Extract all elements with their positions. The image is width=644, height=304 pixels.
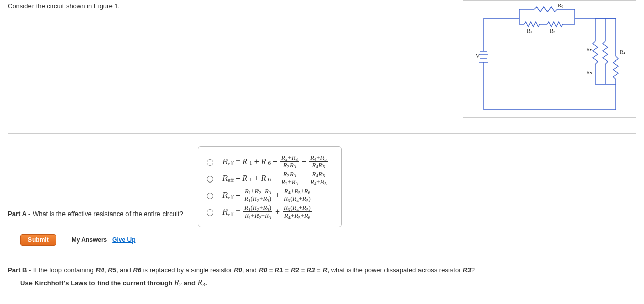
part-a-section: Part A - What is the effective resistanc… <box>8 133 636 246</box>
label-r1: R₁ <box>620 49 625 55</box>
my-answers-link[interactable]: My Answers <box>72 236 107 244</box>
part-b-r3: R3 <box>463 266 471 274</box>
part-b-note-r2: R2 <box>174 278 182 287</box>
part-b-mid1: is replaced by a single resistor <box>141 266 234 274</box>
circuit-figure: V R₆ R₄ R₅ R₂ R₃ R₁ <box>463 0 636 118</box>
option-4-radio[interactable] <box>207 209 213 216</box>
part-b-section: Part B - If the loop containing R4, R5, … <box>8 261 636 287</box>
part-a-options: Reff = R1 + R6 + R2+R3R2R3 + R4+R5R4R5 R… <box>198 146 342 227</box>
part-b-eq: R0 = R1 = R2 = R3 = R <box>259 266 327 274</box>
part-b-mid2: , and <box>242 266 259 274</box>
submit-button[interactable]: Submit <box>20 234 56 246</box>
part-b-q-prefix: If the loop containing <box>33 266 96 274</box>
option-1[interactable]: Reff = R1 + R6 + R2+R3R2R3 + R4+R5R4R5 <box>204 154 329 169</box>
part-b-r5: R5 <box>108 266 116 274</box>
label-r6: R₆ <box>558 3 564 8</box>
label-v: V <box>476 53 480 59</box>
part-a-question: What is the effective resistance of the … <box>33 210 183 218</box>
give-up-link[interactable]: Give Up <box>112 236 135 244</box>
option-1-radio[interactable] <box>207 159 213 166</box>
label-r3: R₃ <box>586 69 592 75</box>
part-b-mid3: , what is the power dissapated across re… <box>327 266 463 274</box>
option-4[interactable]: Reff = R1(R2+R3)R1+R2+R3 + R6(R4+R5)R4+R… <box>204 204 329 219</box>
label-r2: R₂ <box>586 46 592 52</box>
option-1-formula: Reff = R1 + R6 + R2+R3R2R3 + R4+R5R4R5 <box>222 154 329 169</box>
part-b-r0: R0 <box>234 266 242 274</box>
option-3[interactable]: Reff = R1+R2+R3R1(R2+R3) + R4+R5+R6R6(R4… <box>204 188 329 202</box>
option-2-radio[interactable] <box>207 176 213 183</box>
option-2-formula: Reff = R1 + R6 + R2R3R2+R3 + R4R5R4+R5 <box>222 171 329 186</box>
option-4-formula: Reff = R1(R2+R3)R1+R2+R3 + R6(R4+R5)R4+R… <box>222 204 312 219</box>
problem-prompt: Consider the circuit shown in Figure 1. <box>8 0 120 10</box>
option-3-formula: Reff = R1+R2+R3R1(R2+R3) + R4+R5+R6R6(R4… <box>222 188 312 202</box>
part-b-note: Use Kirchhoff's Laws to find the current… <box>20 278 636 287</box>
part-b-label: Part B - <box>8 266 33 274</box>
option-3-radio[interactable] <box>207 193 213 199</box>
label-r4: R₄ <box>527 27 533 34</box>
part-b-note-and: and <box>182 279 197 287</box>
option-2[interactable]: Reff = R1 + R6 + R2R3R2+R3 + R4R5R4+R5 <box>204 171 329 186</box>
part-b-note-r3: R3 <box>198 278 205 287</box>
part-b-end: ? <box>471 266 475 274</box>
part-a-actions: Submit My Answers Give Up <box>20 234 636 246</box>
part-a-label: Part A - <box>8 210 33 218</box>
part-b-note-end: . <box>205 279 207 287</box>
part-b-note-prefix: Use Kirchhoff's Laws to find the current… <box>20 279 174 287</box>
part-b-r4: R4 <box>95 266 104 274</box>
part-b-and: , and <box>116 266 133 274</box>
label-r5: R₅ <box>550 27 555 34</box>
part-b-r6: R6 <box>133 266 141 274</box>
